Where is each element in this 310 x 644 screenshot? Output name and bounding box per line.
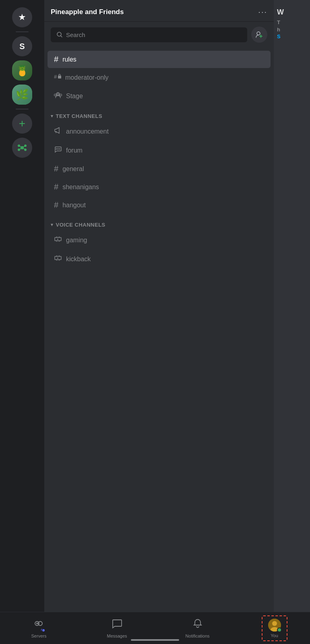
channel-name-forum: forum	[66, 147, 83, 154]
s-server-icon[interactable]: S	[12, 36, 32, 56]
channel-name-stage: Stage	[66, 93, 83, 100]
server-name: Pineapple and Friends	[51, 8, 124, 16]
channel-name-gaming: gaming	[66, 237, 87, 244]
servers-notification-badge	[41, 628, 45, 632]
svg-point-19	[60, 94, 62, 96]
hash-icon-hangout: #	[54, 200, 58, 210]
text-channels-section[interactable]: ▾ Text Channels	[44, 106, 274, 122]
channel-item-general[interactable]: # general	[48, 160, 271, 178]
svg-line-10	[61, 36, 62, 37]
channel-name-shenanigans: shenanigans	[62, 184, 99, 191]
nav-item-you[interactable]: You	[262, 615, 287, 641]
channel-list: # rules # moderator-only	[44, 47, 274, 612]
voice-channels-label: Voice Channels	[56, 222, 105, 228]
channel-item-gaming[interactable]: gaming	[48, 231, 271, 249]
server-options-button[interactable]: ···	[258, 7, 267, 17]
stage-icon	[54, 91, 62, 101]
channel-name-announcement: announcement	[66, 128, 109, 135]
cookie-server-icon[interactable]: 🌿	[12, 85, 32, 105]
hash-icon-shenanigans: #	[54, 182, 58, 192]
channel-item-stage[interactable]: Stage	[48, 87, 271, 105]
svg-point-20	[58, 149, 59, 150]
forum-icon	[54, 145, 62, 155]
servers-nav-icon	[33, 618, 44, 632]
text-channels-label: Text Channels	[56, 113, 103, 119]
svg-point-18	[54, 94, 56, 96]
text-channels-arrow: ▾	[51, 114, 54, 119]
messages-nav-label: Messages	[107, 634, 127, 638]
channel-item-moderator-only[interactable]: # moderator-only	[48, 69, 271, 86]
channel-item-rules[interactable]: # rules	[48, 51, 271, 68]
online-status-dot	[277, 627, 282, 632]
nav-item-notifications[interactable]: Notifications	[179, 615, 216, 642]
channel-item-shenanigans[interactable]: # shenanigans	[48, 178, 271, 196]
server-rail-divider-2	[16, 109, 29, 109]
svg-point-21	[56, 149, 57, 150]
search-row: Search	[44, 22, 274, 47]
voice-icon-gaming	[54, 235, 62, 245]
voice-icon-kickback	[54, 254, 62, 264]
channel-name-kickback: kickback	[66, 256, 91, 263]
right-panel: W Th S	[274, 0, 310, 612]
voice-channels-section[interactable]: ▾ Voice Channels	[44, 215, 274, 230]
favorites-server-icon[interactable]: ★	[12, 7, 32, 27]
server-rail-divider	[16, 31, 29, 32]
search-bar[interactable]: Search	[51, 27, 247, 42]
channel-name-moderator-only: moderator-only	[65, 74, 109, 81]
right-panel-title: W	[277, 8, 307, 17]
notifications-nav-icon	[192, 618, 203, 632]
search-placeholder: Search	[66, 31, 85, 38]
right-panel-text: Th	[277, 19, 307, 33]
right-panel-link[interactable]: S	[277, 33, 307, 39]
pineapple-server-icon[interactable]: 🍍	[12, 60, 32, 80]
add-server-button[interactable]: +	[12, 114, 32, 134]
explore-servers-icon[interactable]	[12, 138, 32, 158]
lock-hash-icon: #	[54, 73, 61, 82]
nav-item-messages[interactable]: Messages	[100, 615, 133, 642]
messages-nav-icon	[112, 618, 123, 632]
svg-point-11	[257, 32, 260, 35]
svg-point-27	[36, 623, 38, 624]
channel-name-general: general	[62, 165, 84, 173]
svg-point-17	[57, 93, 59, 95]
svg-point-29	[272, 621, 277, 626]
servers-nav-label: Servers	[31, 634, 47, 638]
svg-rect-15	[58, 76, 61, 78]
you-nav-label: You	[271, 633, 278, 638]
hash-icon-general: #	[54, 164, 58, 173]
voice-channels-arrow: ▾	[51, 222, 54, 227]
channel-item-hangout[interactable]: # hangout	[48, 196, 271, 214]
you-avatar-wrap	[268, 619, 281, 632]
hash-icon: #	[54, 55, 58, 64]
channel-item-announcement[interactable]: announcement	[48, 122, 271, 140]
channel-item-forum[interactable]: forum	[48, 141, 271, 159]
svg-marker-23	[57, 239, 59, 240]
nav-item-servers[interactable]: Servers	[23, 615, 55, 642]
home-indicator	[131, 639, 179, 641]
channel-panel: Pineapple and Friends ··· Search # rules	[44, 0, 274, 612]
svg-marker-24	[57, 258, 59, 259]
notifications-nav-label: Notifications	[186, 634, 210, 638]
add-friend-button[interactable]	[251, 27, 267, 43]
announcement-icon	[54, 126, 62, 136]
panel-header: Pineapple and Friends ···	[44, 0, 274, 22]
server-rail: ★ S 🍍 🌿 +	[0, 0, 44, 612]
svg-text:#: #	[54, 74, 57, 80]
search-icon	[56, 31, 63, 38]
channel-item-kickback[interactable]: kickback	[48, 250, 271, 268]
channel-name-rules: rules	[62, 56, 76, 63]
svg-point-22	[59, 149, 60, 150]
channel-name-hangout: hangout	[62, 202, 86, 209]
